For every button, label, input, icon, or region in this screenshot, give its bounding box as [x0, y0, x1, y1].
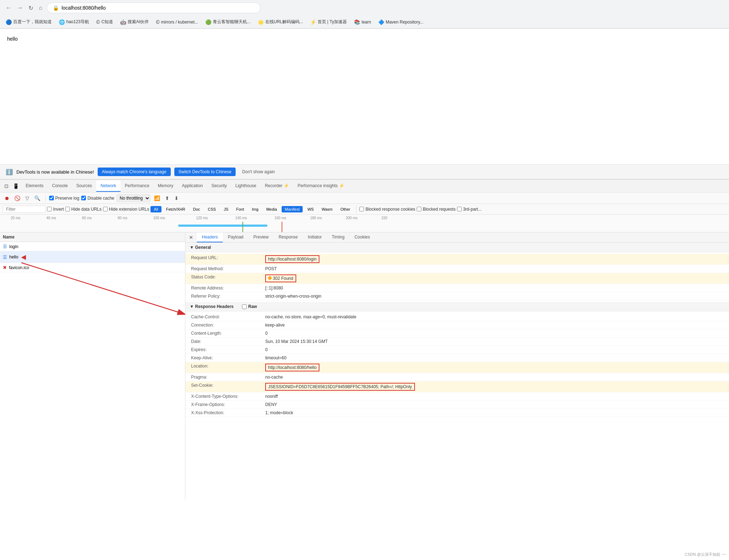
hide-extension-urls-checkbox[interactable]	[103, 207, 108, 211]
import-button[interactable]: ⬆	[164, 195, 171, 202]
throttle-select[interactable]: No throttling	[117, 194, 150, 202]
filter-css[interactable]: CSS	[205, 206, 219, 212]
file-list-header: Name	[0, 232, 185, 242]
bookmark-qingyun[interactable]: 🟢 青云客智能聊天机...	[202, 18, 253, 26]
filter-img[interactable]: Img	[249, 206, 262, 212]
filter-doc[interactable]: Doc	[190, 206, 204, 212]
headers-tab-response[interactable]: Response	[273, 232, 303, 242]
bookmark-baidu[interactable]: 🔵 百度一下，我就知道	[3, 18, 55, 26]
tab-security[interactable]: Security	[207, 180, 231, 192]
remote-address-value: [::1]:8080	[265, 286, 283, 291]
file-item-favicon[interactable]: ✖ favicon.ico	[0, 263, 185, 272]
record-button[interactable]: ⏺	[3, 195, 11, 202]
hide-data-urls-checkbox[interactable]	[65, 207, 70, 211]
filter-js[interactable]: JS	[221, 206, 232, 212]
bookmark-ai[interactable]: 🤖 搜索AI伙伴	[117, 18, 152, 26]
headers-tab-payload[interactable]: Payload	[223, 232, 248, 242]
invert-label[interactable]: Invert	[47, 207, 64, 212]
reload-button[interactable]: ↻	[27, 3, 35, 13]
filter-toggle-button[interactable]: ▽	[24, 195, 31, 202]
remote-address-key: Remote Address:	[191, 286, 262, 291]
raw-checkbox[interactable]	[242, 304, 247, 309]
export-button[interactable]: ⬇	[173, 195, 180, 202]
hide-extension-urls-label[interactable]: Hide extension URLs	[103, 207, 149, 212]
preserve-log-label[interactable]: Preserve log	[49, 196, 79, 201]
filter-media[interactable]: Media	[263, 206, 280, 212]
responsive-icon[interactable]: 📱	[13, 183, 19, 189]
tab-performance-insights[interactable]: Performance insights ⚡	[293, 180, 349, 192]
filter-other[interactable]: Other	[337, 206, 354, 212]
tab-network[interactable]: Network	[96, 180, 120, 192]
bookmark-mirrors[interactable]: © mirrors / kubernet...	[153, 18, 201, 26]
learn-icon: 📚	[354, 19, 360, 25]
bookmark-learn[interactable]: 📚 learn	[351, 18, 374, 26]
back-button[interactable]: ←	[4, 3, 13, 12]
tab-lighthouse[interactable]: Lighthouse	[231, 180, 261, 192]
bookmark-maven[interactable]: 🔷 Maven Repository...	[375, 18, 426, 26]
tab-memory[interactable]: Memory	[154, 180, 178, 192]
bookmark-url-decode[interactable]: 🌟 在线URL解码编码...	[255, 18, 306, 26]
ty-icon: ⚡	[310, 19, 316, 25]
elements-icon[interactable]: ⊡	[4, 183, 10, 189]
third-party-label[interactable]: 3rd-part...	[457, 207, 482, 212]
content-length-value: 0	[265, 331, 268, 336]
tab-application[interactable]: Application	[178, 180, 207, 192]
tab-console[interactable]: Console	[48, 180, 72, 192]
filter-fetch-xhr[interactable]: Fetch/XHR	[163, 206, 189, 212]
close-panel-button[interactable]: ✕	[185, 233, 197, 242]
bookmark-cknow[interactable]: © C知道	[93, 18, 116, 26]
header-row-status-code: Status Code: 302 Found	[185, 273, 729, 284]
headers-tab-cookies[interactable]: Cookies	[349, 232, 375, 242]
bookmark-ty[interactable]: ⚡ 首页 | Ty加速器	[307, 18, 350, 26]
clear-button[interactable]: 🚫	[13, 195, 22, 202]
header-row-referrer-policy: Referrer Policy: strict-origin-when-cros…	[185, 292, 729, 300]
switch-chinese-button[interactable]: Switch DevTools to Chinese	[174, 168, 236, 176]
bookmark-hao123[interactable]: 🌐 hao123导航	[56, 18, 92, 26]
x-frame-key: X-Frame-Options:	[191, 402, 262, 407]
headers-tab-timing[interactable]: Timing	[327, 232, 350, 242]
dismiss-button[interactable]: Don't show again	[239, 168, 278, 176]
filter-font[interactable]: Font	[233, 206, 247, 212]
third-party-checkbox[interactable]	[457, 207, 462, 211]
forward-button[interactable]: →	[16, 3, 24, 12]
blocked-requests-label[interactable]: Blocked requests	[417, 207, 456, 212]
blocked-cookies-label[interactable]: Blocked response cookies	[359, 207, 415, 212]
invert-checkbox[interactable]	[47, 207, 52, 211]
address-bar[interactable]: 🔒 localhost:8080/hello	[47, 2, 261, 13]
headers-tab-headers[interactable]: Headers	[197, 232, 223, 242]
tab-elements[interactable]: Elements	[21, 180, 48, 192]
search-button[interactable]: 🔍	[33, 195, 42, 202]
filter-manifest[interactable]: Manifest	[282, 206, 303, 212]
tab-sources[interactable]: Sources	[72, 180, 96, 192]
filter-wasm[interactable]: Wasm	[318, 206, 336, 212]
headers-panel: ✕ Headers Payload Preview Response Initi…	[185, 232, 729, 500]
headers-tab-preview[interactable]: Preview	[248, 232, 274, 242]
expires-key: Expires:	[191, 347, 262, 352]
file-item-login[interactable]: ☰ login	[0, 242, 185, 251]
disable-cache-label[interactable]: Disable cache	[81, 196, 114, 201]
request-method-key: Request Method:	[191, 266, 262, 271]
filter-ws[interactable]: WS	[304, 206, 317, 212]
raw-checkbox-label[interactable]: Raw	[242, 304, 257, 309]
preserve-log-checkbox[interactable]	[49, 196, 54, 200]
home-button[interactable]: ⌂	[37, 3, 44, 12]
general-section-header[interactable]: ▼ General	[185, 243, 729, 252]
response-headers-section-header[interactable]: ▼ Response Headers Raw	[185, 302, 729, 312]
header-row-request-method: Request Method: POST	[185, 265, 729, 273]
disable-cache-checkbox[interactable]	[81, 196, 86, 200]
tick-120ms: 120 ms	[196, 216, 208, 220]
filter-all[interactable]: All	[150, 206, 161, 212]
file-item-hello[interactable]: ☰ hello ◀	[0, 251, 185, 263]
wifi-icon[interactable]: 📶	[153, 195, 161, 202]
blocked-cookies-checkbox[interactable]	[359, 207, 364, 211]
lock-icon: 🔒	[53, 5, 59, 11]
filter-input[interactable]	[3, 206, 46, 213]
hide-data-urls-label[interactable]: Hide data URLs	[65, 207, 102, 212]
tab-recorder[interactable]: Recorder ⚡	[261, 180, 293, 192]
bookmark-label: 搜索AI伙伴	[128, 19, 149, 25]
blocked-requests-checkbox[interactable]	[417, 207, 421, 211]
match-language-button[interactable]: Always match Chrome's language	[98, 168, 171, 176]
tab-performance[interactable]: Performance	[120, 180, 154, 192]
content-length-key: Content-Length:	[191, 331, 262, 336]
headers-tab-initiator[interactable]: Initiator	[303, 232, 327, 242]
